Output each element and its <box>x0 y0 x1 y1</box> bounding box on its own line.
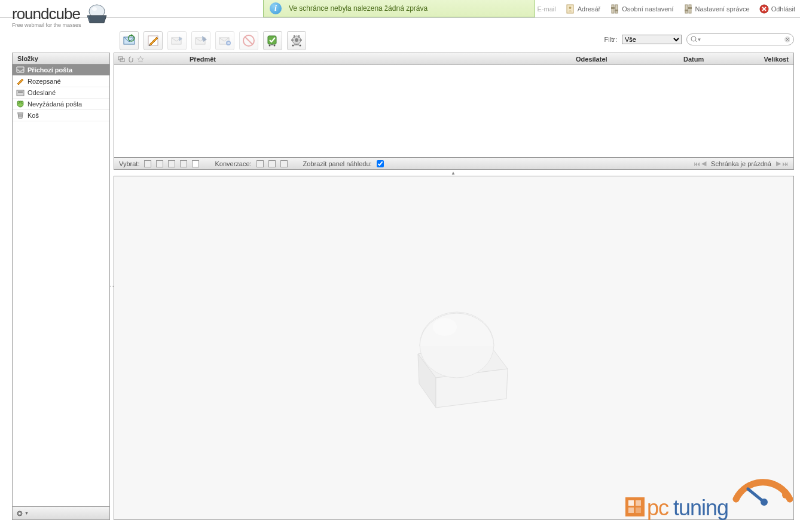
preview-label: Zobrazit panel náhledu: <box>303 160 372 167</box>
search-input[interactable] <box>701 36 784 43</box>
svg-rect-10 <box>688 7 692 9</box>
expand-unread-button[interactable] <box>268 160 276 167</box>
svg-point-2 <box>569 7 571 9</box>
svg-rect-9 <box>685 10 688 11</box>
admin-settings-icon <box>683 4 693 14</box>
folder-trash[interactable]: Koš <box>13 110 109 121</box>
svg-point-41 <box>19 512 21 514</box>
svg-rect-5 <box>611 7 615 9</box>
notification-text: Ve schránce nebyla nalezena žádná zpráva <box>289 4 428 13</box>
drafts-icon <box>16 77 25 85</box>
svg-point-23 <box>274 45 276 47</box>
svg-point-13 <box>92 7 97 11</box>
expand-all-button[interactable] <box>257 160 264 167</box>
folder-inbox[interactable]: Příchozí pošta <box>13 65 109 76</box>
svg-point-22 <box>269 45 271 47</box>
col-date[interactable]: Datum <box>680 56 752 63</box>
select-unread-button[interactable] <box>168 160 175 167</box>
svg-rect-28 <box>291 39 294 41</box>
brand-footer-logo: pc tuning <box>625 472 793 520</box>
select-all-button[interactable] <box>144 160 151 167</box>
filter-label: Filtr: <box>604 36 617 43</box>
clear-search-icon[interactable] <box>784 36 790 43</box>
first-page-button[interactable]: ⏮ <box>694 160 700 167</box>
svg-rect-49 <box>628 500 634 506</box>
select-page-button[interactable] <box>156 160 163 167</box>
svg-point-37 <box>17 101 20 103</box>
logout-icon <box>759 4 769 14</box>
last-page-button[interactable]: ⏭ <box>782 160 789 167</box>
col-sender[interactable]: Odesílatel <box>572 56 680 63</box>
svg-point-33 <box>784 36 790 42</box>
svg-point-38 <box>21 101 23 103</box>
svg-rect-7 <box>685 5 688 13</box>
mark-button[interactable] <box>263 31 282 50</box>
notification-banner: i Ve schránce nebyla nalezena žádná zprá… <box>263 0 535 17</box>
search-icon <box>691 36 697 43</box>
svg-rect-50 <box>636 500 641 506</box>
junk-icon <box>16 100 25 108</box>
threads-label: Konverzace: <box>215 160 251 167</box>
delete-button[interactable] <box>239 31 258 50</box>
trash-icon <box>16 111 25 120</box>
thread-icon[interactable] <box>118 56 125 63</box>
flag-icon[interactable] <box>137 56 144 63</box>
message-list: Předmět Odesílatel Datum Velikost Vybrat… <box>114 53 794 170</box>
gear-icon <box>16 510 23 517</box>
svg-rect-52 <box>636 507 641 513</box>
folder-actions-button[interactable]: ▼ <box>16 510 29 517</box>
attachment-icon[interactable] <box>127 56 135 63</box>
col-subject[interactable]: Předmět <box>148 56 572 63</box>
nav-logout[interactable]: Odhlásit <box>759 4 795 14</box>
message-list-footer: Vybrat: Konverzace: Zobrazit panel náhle… <box>114 157 793 169</box>
reply-all-button[interactable] <box>191 31 210 50</box>
more-actions-button[interactable] <box>287 31 306 50</box>
svg-rect-26 <box>294 35 295 38</box>
svg-text:tuning: tuning <box>673 496 728 520</box>
vertical-splitter[interactable]: ⋮ <box>111 53 113 520</box>
svg-rect-35 <box>18 91 23 93</box>
svg-rect-51 <box>628 507 634 513</box>
watermark-logo <box>382 285 526 411</box>
filter-select[interactable]: Vše <box>622 35 682 44</box>
col-size[interactable]: Velikost <box>752 56 793 63</box>
svg-point-32 <box>691 36 696 41</box>
message-list-body <box>114 65 793 157</box>
folders-sidebar: Složky Příchozí pošta Rozepsané Odeslané… <box>12 53 110 520</box>
svg-rect-27 <box>298 35 300 38</box>
check-mail-button[interactable] <box>120 31 139 50</box>
chevron-down-icon[interactable]: ▼ <box>697 37 702 42</box>
svg-rect-6 <box>615 10 618 11</box>
info-icon: i <box>270 2 282 14</box>
main-toolbar <box>120 29 306 53</box>
nav-admin-settings[interactable]: Nastavení správce <box>683 4 750 14</box>
reply-button[interactable] <box>167 31 187 50</box>
svg-rect-29 <box>300 39 302 41</box>
horizontal-splitter[interactable]: ▲ <box>114 171 794 175</box>
folder-drafts[interactable]: Rozepsané <box>13 76 109 87</box>
message-list-header: Předmět Odesílatel Datum Velikost <box>114 53 793 65</box>
search-box[interactable]: ▼ <box>686 33 794 45</box>
nav-addressbook[interactable]: Adresář <box>566 4 601 14</box>
preview-pane <box>114 176 794 520</box>
folder-sent[interactable]: Odeslané <box>13 87 109 99</box>
prev-page-button[interactable]: ◀ <box>701 160 706 167</box>
nav-personal-settings[interactable]: Osobní nastavení <box>610 4 673 14</box>
select-none-button[interactable] <box>192 160 199 167</box>
svg-text:pc: pc <box>647 496 669 520</box>
svg-point-45 <box>433 318 457 336</box>
inbox-icon <box>16 66 25 74</box>
svg-rect-39 <box>17 112 23 114</box>
folder-junk[interactable]: Nevyžádaná pošta <box>13 99 109 110</box>
compose-button[interactable] <box>143 31 163 50</box>
forward-button[interactable] <box>215 31 234 50</box>
settings-icon <box>610 4 619 14</box>
svg-rect-48 <box>625 497 645 516</box>
preview-toggle[interactable] <box>377 160 384 167</box>
select-invert-button[interactable] <box>180 160 187 167</box>
sidebar-title: Složky <box>13 53 109 65</box>
next-page-button[interactable]: ▶ <box>776 160 781 167</box>
svg-point-30 <box>292 45 294 47</box>
app-logo: roundcube Free webmail for the masses <box>12 5 110 28</box>
collapse-all-button[interactable] <box>280 160 288 167</box>
